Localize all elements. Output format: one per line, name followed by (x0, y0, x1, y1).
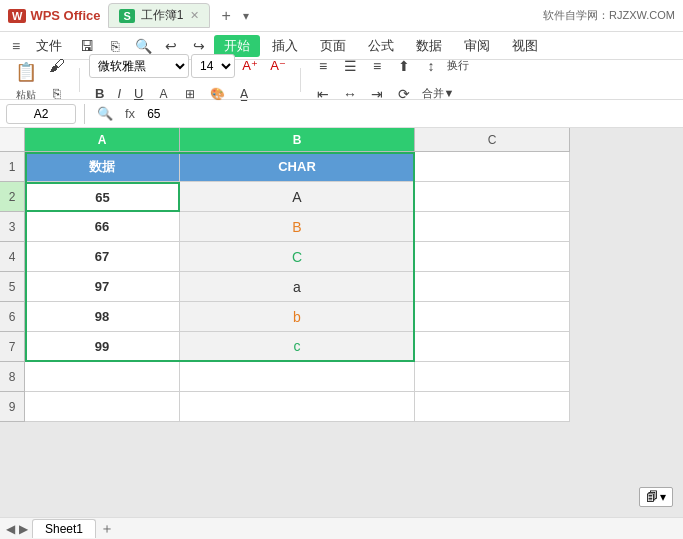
cell-C3[interactable] (415, 212, 570, 242)
row-header-7[interactable]: 7 (0, 332, 25, 362)
indent-right-button[interactable]: ⇥ (364, 81, 390, 107)
bold-button[interactable]: B (89, 84, 110, 103)
grid-with-headers: A B C 1 数据 CHAR 2 65 A 3 (0, 128, 570, 517)
table-row: 6 98 b (0, 302, 570, 332)
add-tab-button[interactable]: + (218, 7, 235, 25)
fill-color-button[interactable]: 🎨 (204, 81, 230, 107)
doc-tab[interactable]: S 工作簿1 ✕ (108, 3, 209, 28)
zoom-icon: 🔍 (93, 106, 117, 121)
wps-logo: W WPS Office (8, 8, 100, 23)
cell-A6[interactable]: 98 (25, 302, 180, 332)
align-middle-button[interactable]: ↕ (418, 53, 444, 79)
merge-button[interactable]: 合并▼ (418, 81, 458, 107)
formula-input[interactable] (143, 105, 677, 123)
cell-C1[interactable] (415, 152, 570, 182)
cell-B6[interactable]: b (180, 302, 415, 332)
fx-icon: fx (121, 106, 139, 121)
indent-center-button[interactable]: ↔ (337, 81, 363, 107)
row-header-9[interactable]: 9 (0, 392, 25, 422)
cell-C4[interactable] (415, 242, 570, 272)
row-header-3[interactable]: 3 (0, 212, 25, 242)
align-center-button[interactable]: ☰ (337, 53, 363, 79)
paste-options-icon: 🗐 (646, 490, 658, 504)
indent-left-button[interactable]: ⇤ (310, 81, 336, 107)
cell-B7[interactable]: c (180, 332, 415, 362)
cell-B2[interactable]: A (180, 182, 415, 212)
wrap-text-button[interactable]: 换行 (445, 53, 471, 79)
cell-A7[interactable]: 99 (25, 332, 180, 362)
table-row: 1 数据 CHAR (0, 152, 570, 182)
cell-A9[interactable] (25, 392, 180, 422)
website-label: 软件自学网：RJZXW.COM (543, 8, 675, 23)
font-group: 微软雅黑 14 A⁺ A⁻ B I U A ⊞ 🎨 A̲ (85, 53, 295, 107)
cell-B1[interactable]: CHAR (180, 152, 415, 182)
row-header-6[interactable]: 6 (0, 302, 25, 332)
cell-C5[interactable] (415, 272, 570, 302)
col-header-B[interactable]: B (180, 128, 415, 152)
align-top-button[interactable]: ⬆ (391, 53, 417, 79)
align-group: ≡ ☰ ≡ ⬆ ↕ 换行 ⇤ ↔ ⇥ ⟳ 合并▼ (306, 53, 475, 107)
sheet-nav-right[interactable]: ▶ (19, 522, 28, 536)
row-header-8[interactable]: 8 (0, 362, 25, 392)
col-header-A[interactable]: A (25, 128, 180, 152)
format-brush-button[interactable]: 🖌 (44, 53, 70, 79)
paste-options-arrow: ▾ (660, 490, 666, 504)
cell-C2[interactable] (415, 182, 570, 212)
formula-divider (84, 104, 85, 124)
cell-B8[interactable] (180, 362, 415, 392)
s-icon: S (119, 9, 134, 23)
rotate-button[interactable]: ⟳ (391, 81, 417, 107)
copy-button[interactable]: ⎘ (44, 80, 70, 106)
cell-C6[interactable] (415, 302, 570, 332)
cell-B4[interactable]: C (180, 242, 415, 272)
col-header-row: A B C (0, 128, 570, 152)
cell-A8[interactable] (25, 362, 180, 392)
paste-options-button[interactable]: 🗐 ▾ (639, 487, 673, 507)
table-row: 3 66 B (0, 212, 570, 242)
font-increase-button[interactable]: A⁺ (237, 53, 263, 79)
cell-B3[interactable]: B (180, 212, 415, 242)
highlight-button[interactable]: A̲ (231, 81, 257, 107)
sep2 (300, 68, 301, 92)
row-header-2[interactable]: 2 (0, 182, 25, 212)
font-decrease-button[interactable]: A⁻ (265, 53, 291, 79)
spreadsheet: A B C 1 数据 CHAR 2 65 A 3 (0, 128, 683, 539)
cell-A3[interactable]: 66 (25, 212, 180, 242)
cell-C8[interactable] (415, 362, 570, 392)
cell-A2[interactable]: 65 (25, 182, 180, 212)
row-header-1[interactable]: 1 (0, 152, 25, 182)
paste-button[interactable]: 📋 (10, 57, 42, 87)
sheet-tab-1[interactable]: Sheet1 (32, 519, 96, 538)
doc-name: 工作簿1 (141, 7, 184, 24)
wps-icon: W (8, 9, 26, 23)
table-row: 2 65 A (0, 182, 570, 212)
cell-ref-input[interactable] (6, 104, 76, 124)
menu-view[interactable]: 视图 (502, 35, 548, 57)
corner-cell (0, 128, 25, 152)
cell-C7[interactable] (415, 332, 570, 362)
clipboard-group: 📋 粘贴 🖌 ⎘ (6, 53, 74, 106)
sep1 (79, 68, 80, 92)
sheet-area: A B C 1 数据 CHAR 2 65 A 3 (0, 128, 683, 517)
cell-A4[interactable]: 67 (25, 242, 180, 272)
paste-options: 🗐 ▾ (639, 487, 673, 507)
border-button[interactable]: ⊞ (177, 81, 203, 107)
sheet-nav-left[interactable]: ◀ (6, 522, 15, 536)
row-header-5[interactable]: 5 (0, 272, 25, 302)
underline-button[interactable]: U (128, 84, 149, 103)
cell-A1[interactable]: 数据 (25, 152, 180, 182)
cell-B5[interactable]: a (180, 272, 415, 302)
font-name-select[interactable]: 微软雅黑 (89, 54, 189, 78)
font-color-button[interactable]: A (150, 81, 176, 107)
font-size-select[interactable]: 14 (191, 54, 235, 78)
add-sheet-button[interactable]: ＋ (100, 520, 114, 538)
align-left-button[interactable]: ≡ (310, 53, 336, 79)
italic-button[interactable]: I (111, 84, 127, 103)
row-header-4[interactable]: 4 (0, 242, 25, 272)
col-header-C[interactable]: C (415, 128, 570, 152)
cell-A5[interactable]: 97 (25, 272, 180, 302)
align-right-button[interactable]: ≡ (364, 53, 390, 79)
table-row: 9 (0, 392, 570, 422)
cell-B9[interactable] (180, 392, 415, 422)
cell-C9[interactable] (415, 392, 570, 422)
